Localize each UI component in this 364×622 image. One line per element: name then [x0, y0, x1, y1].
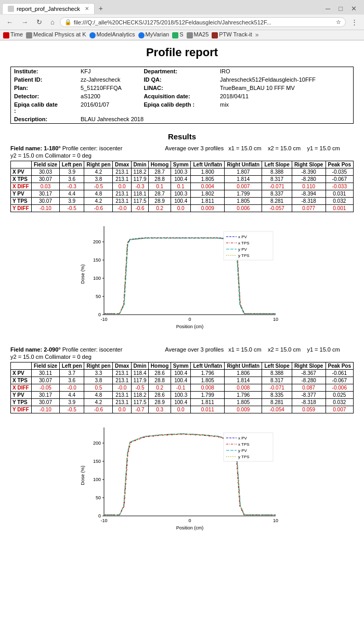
cell-value: 8.388: [262, 370, 292, 377]
cell-value: -0.067: [326, 377, 353, 384]
department-label: Department:: [140, 67, 217, 76]
cell-value: 28.9: [149, 399, 171, 406]
cell-value: -0.0: [113, 205, 131, 212]
cell-value: 1.806: [225, 370, 262, 377]
svg-text:150: 150: [93, 459, 101, 464]
cell-value: -0.3: [131, 183, 148, 190]
cell-value: -0.0: [59, 384, 84, 392]
field2-average-label: Average over 3 profiles: [165, 346, 224, 353]
col-header: Homog: [149, 362, 171, 370]
menu-button[interactable]: ⋮: [348, 17, 361, 28]
field2-y1: y1 = 15.0 cm: [307, 346, 340, 353]
col-header: Left Slope: [262, 161, 292, 169]
close-button[interactable]: ✕: [348, 3, 360, 14]
cell-value: 3.8: [84, 377, 113, 384]
cell-value: 0.2: [149, 205, 171, 212]
cell-value: 118.4: [131, 370, 148, 377]
bookmark-star-icon[interactable]: ☆: [336, 19, 341, 25]
bookmark-ptw[interactable]: PTW Track-it: [212, 31, 252, 38]
cell-value: 28.8: [149, 176, 171, 183]
nav-bar: ← → ↻ ⌂ 🔒 file:///Q:/_alle%20CHECKS/J127…: [0, 15, 364, 30]
cell-value: -0.6: [84, 205, 113, 212]
field1-name: Field name: 1-180°: [10, 145, 61, 151]
cell-value: 1.811: [191, 399, 225, 406]
col-header: Right Slope: [292, 362, 326, 370]
row-label: X PV: [11, 370, 32, 377]
table-row: X PV30.113.73.3213.1118.428.6100.41.7961…: [11, 370, 354, 377]
active-tab[interactable]: report_prof_Jahrescheck ✕: [2, 3, 95, 14]
tab-close-button[interactable]: ✕: [85, 6, 89, 11]
cell-value: -8.377: [292, 392, 326, 399]
cell-value: 1.805: [225, 198, 262, 205]
patient-id-label: Patient ID:: [11, 75, 78, 84]
cell-value: 8.281: [262, 198, 292, 205]
cell-value: 0.025: [326, 392, 353, 399]
cell-value: 4.4: [59, 392, 84, 399]
cell-value: 1.805: [191, 176, 225, 183]
cell-value: 28.9: [149, 198, 171, 205]
cell-value: 8.317: [262, 377, 292, 384]
bookmark-myvarian[interactable]: MyVarian: [138, 31, 170, 38]
cell-value: 0.032: [326, 399, 353, 406]
bookmark-ma25[interactable]: MA25: [187, 31, 209, 38]
col-header: Symm: [171, 161, 191, 169]
row-label: Y DIFF: [11, 406, 32, 413]
cell-value: -8.367: [292, 370, 326, 377]
field2-x1: x1 = 15.0 cm: [228, 346, 261, 353]
cell-value: -0.5: [131, 384, 148, 392]
minimize-button[interactable]: ─: [322, 3, 333, 14]
page-title: Profile report: [10, 46, 354, 59]
institute-value: KFJ: [77, 67, 140, 76]
reload-button[interactable]: ↻: [33, 17, 45, 28]
epiqa-calib-date-value: 2016/01/07: [77, 100, 140, 115]
new-tab-button[interactable]: +: [95, 2, 107, 15]
cell-value: 0.006: [225, 205, 262, 212]
cell-value: 0.0: [113, 406, 131, 413]
cell-value: 3.8: [84, 176, 113, 183]
field1-x1: x1 = 15.0 cm: [228, 145, 261, 151]
svg-text:150: 150: [93, 257, 101, 263]
id-qa-value: Jahrescheck512Feldausgleich-10FFF: [217, 75, 354, 84]
cell-value: 4.2: [84, 399, 113, 406]
svg-text:x TPS: x TPS: [238, 241, 250, 245]
cell-value: -8.390: [292, 169, 326, 176]
cell-value: -0.3: [59, 183, 84, 190]
col-header: Peak Pos: [326, 362, 353, 370]
bookmark-medical[interactable]: Medical Physics at K: [26, 31, 86, 38]
cell-value: 1.800: [191, 169, 225, 176]
cell-value: 118.2: [131, 392, 148, 399]
page-content: Profile report Institute: KFJ Department…: [0, 41, 364, 553]
cell-value: 0.077: [292, 205, 326, 212]
cell-value: 0.087: [292, 384, 326, 392]
row-label: X TPS: [11, 377, 32, 384]
cell-value: 213.1: [113, 399, 131, 406]
cell-value: 28.7: [149, 190, 171, 198]
bookmarks-bar: Time Medical Physics at K ModelAnalytics…: [0, 30, 364, 40]
home-button[interactable]: ⌂: [47, 17, 58, 28]
forward-button[interactable]: →: [18, 17, 31, 28]
bookmark-modelanalytics[interactable]: ModelAnalytics: [89, 31, 135, 38]
cell-value: 30.07: [32, 399, 60, 406]
svg-text:10: 10: [273, 317, 278, 322]
cell-value: 30.17: [32, 392, 60, 399]
cell-value: 30.03: [32, 169, 60, 176]
address-bar[interactable]: 🔒 file:///Q:/_alle%20CHECKS/J1275/2018/5…: [60, 17, 346, 27]
cell-value: 117.5: [131, 198, 148, 205]
bookmarks-more-icon[interactable]: »: [255, 31, 259, 38]
bookmark-time[interactable]: Time: [3, 31, 23, 38]
back-button[interactable]: ←: [3, 17, 16, 28]
bookmark-s[interactable]: S: [172, 31, 183, 38]
cell-value: 3.6: [59, 377, 84, 384]
cell-value: 3.6: [59, 176, 84, 183]
cell-value: 213.1: [113, 370, 131, 377]
cell-value: 1.814: [225, 377, 262, 384]
cell-value: -0.006: [326, 384, 353, 392]
cell-value: -0.05: [32, 384, 60, 392]
svg-text:y TPS: y TPS: [238, 455, 250, 459]
cell-value: -0.10: [32, 406, 60, 413]
cell-value: 0.1: [171, 183, 191, 190]
cell-value: 1.811: [191, 198, 225, 205]
cell-value: 30.07: [32, 377, 60, 384]
maximize-button[interactable]: □: [335, 3, 346, 14]
cell-value: 4.2: [84, 169, 113, 176]
